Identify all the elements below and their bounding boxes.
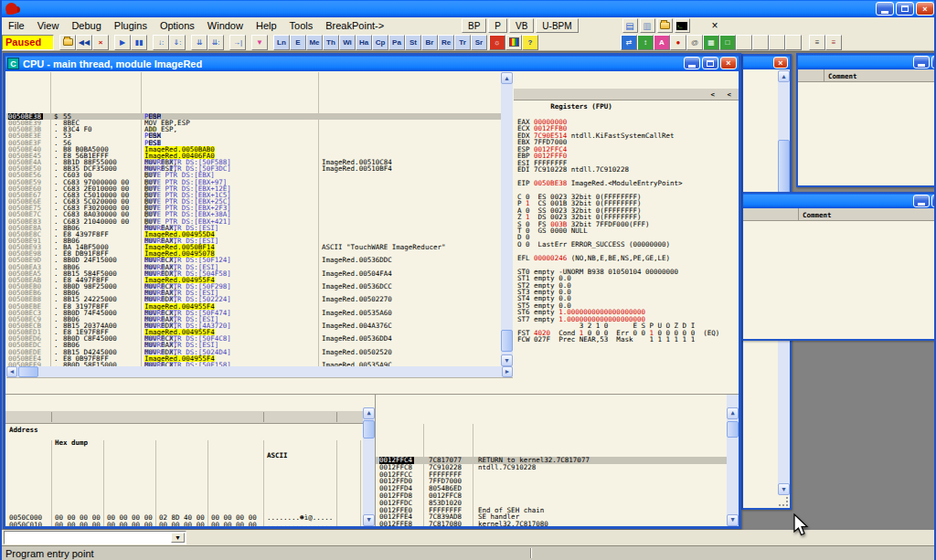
window-button-st[interactable]: St (405, 35, 421, 50)
blank-button[interactable] (752, 35, 769, 50)
options-gear-button[interactable]: ☼ (489, 35, 505, 50)
window-button-e[interactable]: E (290, 35, 306, 50)
register-line[interactable]: T 0 GS 0000 NULL (514, 227, 739, 234)
registers-collapse-icon[interactable]: < (710, 89, 715, 100)
stack-row[interactable]: 0012FFE87C817080kernel32.7C817080 (376, 521, 739, 526)
run-button[interactable]: ▶ (114, 35, 131, 50)
plugin-button-vb[interactable]: VB (509, 18, 534, 33)
updown-button[interactable]: ↕ (637, 35, 654, 50)
minimize-button[interactable] (876, 2, 894, 16)
window-button-me[interactable]: Me (306, 35, 323, 50)
register-line[interactable]: EIP 0050BE38 ImageRed.<ModuleEntryPoint> (514, 180, 739, 186)
console-icon[interactable]: ›_ (675, 18, 690, 33)
registers-pane[interactable]: Registers (FPU) < < EAX 00000000ECX 0012… (514, 72, 739, 396)
disasm-row[interactable]: 0050BEC3.8B0D 74F45000MOV ECX,DWORD PTR … (6, 310, 501, 316)
screen-button[interactable]: □ (719, 35, 736, 50)
cpu-minimize-button[interactable] (684, 57, 700, 69)
close-button[interactable]: × (916, 2, 934, 16)
pause-button[interactable]: ▮▮ (131, 35, 147, 50)
record-dot-button[interactable]: ● (670, 35, 686, 50)
window-button-cp[interactable]: Cp (372, 35, 388, 50)
swap-arrows-button[interactable]: ⇄ (621, 35, 637, 50)
ascii-a-button[interactable]: A (654, 35, 670, 50)
menu-item-help[interactable]: Help (250, 18, 283, 33)
window-button-ln[interactable]: Ln (273, 35, 290, 50)
comment-window-1[interactable]: × Comment ▲ ▼ (796, 53, 936, 187)
resize-grip[interactable] (777, 495, 790, 508)
disasm-row[interactable]: 0050BE8C.E8 4397F8FFCALL ImageRed.004955… (6, 231, 501, 238)
cpu-titlebar[interactable]: C CPU - main thread, module ImageRed × (5, 56, 739, 71)
comment-window-2[interactable]: × Comment ▲ ▼ (741, 192, 936, 341)
window-button-sr[interactable]: Sr (471, 35, 487, 50)
menu-item-debug[interactable]: Debug (65, 18, 107, 33)
menu-item-options[interactable]: Options (154, 18, 201, 33)
window-button-tr[interactable]: Tr (454, 35, 471, 50)
register-line[interactable]: O 0 LastErr ERROR_SUCCESS (00000000) (514, 241, 739, 248)
dump-header-address[interactable]: Address (9, 424, 38, 437)
combobox-dropdown-icon[interactable]: ▼ (171, 533, 185, 543)
cpu-close-button[interactable]: × (720, 57, 737, 69)
menu-item-file[interactable]: File (2, 18, 31, 33)
restart-button[interactable]: ◀◀ (76, 35, 92, 50)
blank-button[interactable] (736, 35, 752, 50)
log-doc-icon[interactable]: ▤ (622, 18, 638, 33)
spiral-button[interactable]: @ (686, 35, 703, 50)
plugin-button-p[interactable]: P (488, 18, 507, 33)
keyboard-button[interactable]: ▦ (703, 35, 719, 50)
execute-till-return-button[interactable]: →| (229, 35, 246, 50)
animate-over-button[interactable]: ⇊: (207, 35, 224, 50)
cpu-restore-button[interactable] (702, 57, 718, 69)
disasm-row[interactable]: 0050BE3B.83C4 F0ADD ESP,-10 (6, 126, 501, 132)
register-line[interactable]: EFL 00000246 (NO,NB,E,BE,NS,PE,GE,LE) (514, 255, 739, 261)
restore-button[interactable] (896, 2, 914, 16)
plugin-button-u-bpm[interactable]: U-BPM (536, 18, 578, 33)
disasm-row[interactable]: 0050BE3E.53PUSH EBX (6, 132, 501, 139)
stack-scrollbar[interactable]: ▲ ▼ (727, 395, 739, 526)
win2-restore-button[interactable] (931, 195, 936, 207)
comment-window-2-titlebar[interactable]: × (743, 194, 936, 208)
win1-minimize-button[interactable] (913, 56, 930, 69)
open-file-button[interactable] (59, 35, 76, 50)
close-process-button[interactable]: × (92, 35, 109, 50)
menu-item-plugins[interactable]: Plugins (108, 18, 154, 33)
menu-item-tools[interactable]: Tools (283, 18, 320, 33)
hex-dump-pane[interactable]: Address Hex dump ASCII 0050C00000 00 00 … (5, 394, 375, 526)
notebook-icon[interactable]: ▥ (640, 18, 655, 33)
disasm-row[interactable]: 0050BE38$55PUSH EBP (6, 113, 501, 120)
toolbar-close-icon[interactable]: × (707, 19, 724, 32)
main-titlebar[interactable]: × (2, 0, 936, 17)
help-button[interactable]: ? (522, 35, 538, 50)
command-line-combobox[interactable]: ▼ (4, 531, 186, 544)
comment-window-1-header[interactable]: Comment (798, 69, 936, 82)
win2-minimize-button[interactable] (913, 195, 930, 207)
hlines-red-button[interactable]: ≡ (825, 35, 842, 50)
register-line[interactable]: FCW 027F Prec NEAR,53 Mask 1 1 1 1 1 1 (514, 336, 739, 343)
register-line[interactable]: EDI 7C910228 ntdll.7C910228 (514, 166, 739, 173)
folder-icon[interactable] (657, 18, 673, 33)
window-button-ha[interactable]: Ha (356, 35, 372, 50)
menu-item-breakpoint[interactable]: BreakPoint-> (319, 18, 390, 33)
disasm-row[interactable]: 0050BE9D.8B0D 24F15000MOV ECX,DWORD PTR … (6, 257, 501, 263)
animate-into-button[interactable]: ⇊ (191, 35, 207, 50)
disassembly-pane[interactable]: 0050BE38$55PUSH EBP0050BE39.8BECMOV EBP,… (6, 72, 501, 366)
stack-pane[interactable]: 0012FFC47C817077RETURN to kernel32.7C817… (375, 394, 739, 526)
window-button-pa[interactable]: Pa (388, 35, 405, 50)
blank-button[interactable] (785, 35, 802, 50)
menu-item-view[interactable]: View (31, 18, 66, 33)
go-to-button[interactable]: ▼ (251, 35, 268, 50)
menu-item-window[interactable]: Window (201, 18, 250, 33)
disasm-row[interactable]: 0050BED6.8B0D C8F45000MOV ECX,DWORD PTR … (6, 335, 501, 342)
disassembly-hscrollbar[interactable]: ◄ ► (6, 366, 513, 377)
plugin-button-bp[interactable]: BP (462, 18, 486, 33)
dump-scrollbar[interactable]: ▲ ▼ (363, 407, 375, 526)
comment-window-1-titlebar[interactable]: × (798, 55, 936, 69)
window-button-th[interactable]: Th (323, 35, 339, 50)
step-into-button[interactable]: ↓: (153, 35, 169, 50)
window-button-wi[interactable]: Wi (339, 35, 356, 50)
dump-row[interactable]: 0050C01000 00 00 0000 00 00 0000 00 00 0… (5, 522, 375, 526)
blank-button[interactable] (769, 35, 785, 50)
disasm-row[interactable]: 0050BE83.C683 21040000 00MOV BYTE PTR DS… (6, 218, 501, 225)
hlines-button[interactable]: ≡ (809, 35, 825, 50)
appearance-button[interactable] (505, 35, 522, 50)
info-pane[interactable]: EBP=0012FFF0 (6, 377, 513, 393)
